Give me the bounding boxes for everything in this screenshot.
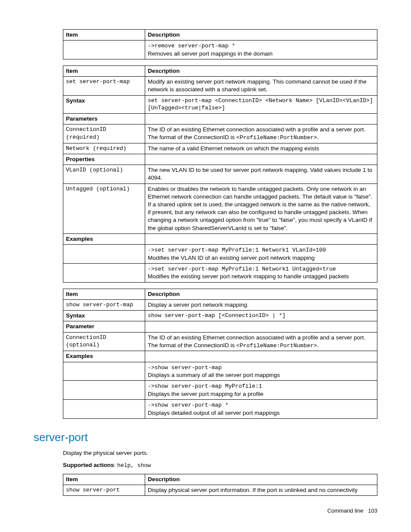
cell-examples-label: Examples	[63, 351, 145, 362]
cell-parameter-label: Parameter	[63, 321, 145, 332]
cell-param-name: Network (required)	[63, 143, 145, 154]
cell-syntax-code: show server-port-map [<ConnectionID> | *…	[145, 311, 377, 321]
cell-parameters-label: Parameters	[63, 113, 145, 124]
table-show-server-port: Item Description show server-port Displa…	[63, 474, 377, 496]
table-row: Parameters	[63, 113, 377, 124]
code-text: <ProfileName:PortNumber>	[237, 134, 317, 141]
cell-desc: Enables or disables the network to handl…	[145, 184, 377, 233]
desc-text: Modifies the existing server port networ…	[148, 273, 349, 280]
cell-empty	[63, 263, 145, 282]
table-row: Examples	[63, 233, 377, 244]
col-header-item: Item	[63, 65, 145, 76]
code-text: ->show server-port-map	[148, 364, 222, 371]
table-header-row: Item Description	[63, 65, 377, 76]
table-set-server-port-map: Item Description set server-port-map Mod…	[63, 65, 377, 283]
cell-example: ->show server-port-map MyProfile:1 Displ…	[145, 381, 377, 400]
cell-properties-label: Properties	[63, 154, 145, 165]
separator: :	[114, 462, 118, 468]
table-row: Parameter	[63, 321, 377, 332]
code-text: ->set server-port-map MyProfile:1 Networ…	[148, 266, 336, 272]
table-header-row: Item Description	[63, 30, 377, 40]
col-header-desc: Description	[145, 30, 377, 40]
cell-desc: Display a server port network mapping.	[145, 299, 377, 310]
cell-empty	[145, 154, 377, 165]
cell-param-name: ConnectionID (optional)	[63, 332, 145, 351]
cell-desc: The ID of an existing Ethernet connectio…	[145, 332, 377, 351]
table-header-row: Item Description	[63, 289, 377, 299]
table-row: ConnectionID (optional) The ID of an exi…	[63, 332, 377, 351]
cell-syntax-code: set server-port-map <ConnectionID> <Netw…	[145, 95, 377, 113]
cell-param-name: ConnectionID (required)	[63, 124, 145, 143]
code-text: <ProfileName:PortNumber>	[237, 342, 317, 349]
table-row: Properties	[63, 154, 377, 165]
cell-desc: ->remove server-port-map * Removes all s…	[145, 40, 377, 59]
cell-example: ->set server-port-map MyProfile:1 Networ…	[145, 263, 377, 282]
col-header-desc: Description	[145, 289, 377, 299]
supported-actions-label: Supported actions	[63, 462, 114, 468]
cell-syntax-label: Syntax	[63, 95, 145, 113]
table-row: Syntax set server-port-map <ConnectionID…	[63, 95, 377, 113]
code-text: ->show server-port-map MyProfile:1	[148, 383, 262, 389]
table-row: show server-port-map Display a server po…	[63, 299, 377, 310]
section-intro: Display the physical server ports.	[63, 449, 377, 457]
cell-desc: The ID of an existing Ethernet connectio…	[145, 124, 377, 143]
table-row: ->remove server-port-map * Removes all s…	[63, 40, 377, 59]
cell-desc: The new VLAN ID to be used for server po…	[145, 165, 377, 184]
table-row: Examples	[63, 351, 377, 362]
table-remove-server-port-map: Item Description ->remove server-port-ma…	[63, 29, 377, 59]
desc-text: Removes all server port mappings in the …	[148, 50, 273, 57]
cell-syntax-label: Syntax	[63, 311, 145, 321]
page-footer: Command line 103	[34, 507, 377, 515]
col-header-desc: Description	[145, 474, 377, 485]
cell-example: ->set server-port-map MyProfile:1 Networ…	[145, 245, 377, 264]
cell-empty	[145, 233, 377, 244]
desc-text: Displays detailed output of all server p…	[148, 410, 280, 416]
desc-text: .	[317, 134, 319, 140]
cell-empty	[63, 381, 145, 400]
cell-empty	[145, 113, 377, 124]
cell-command: show server-port	[63, 485, 145, 495]
section-heading-server-port: server-port	[34, 430, 377, 445]
cell-empty	[63, 362, 145, 381]
cell-example: ->show server-port-map Displays a summar…	[145, 362, 377, 381]
code-text: ->set server-port-map MyProfile:1 Networ…	[148, 247, 326, 253]
table-row: ConnectionID (required) The ID of an exi…	[63, 124, 377, 143]
col-header-item: Item	[63, 474, 145, 485]
table-row: Untagged (optional) Enables or disables …	[63, 184, 377, 233]
table-row: ->show server-port-map Displays a summar…	[63, 362, 377, 381]
desc-text: .	[317, 342, 319, 348]
supported-actions-line: Supported actions: help, show	[63, 461, 377, 470]
code-text: ->remove server-port-map *	[148, 43, 235, 49]
cell-command: set server-port-map	[63, 77, 145, 95]
desc-text: Displays a summary of all the server por…	[148, 372, 280, 378]
table-header-row: Item Description	[63, 474, 377, 485]
table-row: Syntax show server-port-map [<Connection…	[63, 311, 377, 321]
col-header-item: Item	[63, 30, 145, 40]
cell-empty	[145, 321, 377, 332]
cell-empty	[63, 245, 145, 264]
cell-prop-name: VLanID (optional)	[63, 165, 145, 184]
table-row: set server-port-map Modify an existing s…	[63, 77, 377, 95]
cell-example: ->show server-port-map * Displays detail…	[145, 400, 377, 419]
supported-actions-list: help, show	[117, 462, 151, 469]
cell-desc: Display physical server port information…	[145, 485, 377, 495]
table-row: ->show server-port-map MyProfile:1 Displ…	[63, 381, 377, 400]
cell-examples-label: Examples	[63, 233, 145, 244]
cell-command: show server-port-map	[63, 299, 145, 310]
footer-page-number: 103	[368, 507, 377, 514]
table-row: VLanID (optional) The new VLAN ID to be …	[63, 165, 377, 184]
table-row: ->set server-port-map MyProfile:1 Networ…	[63, 263, 377, 282]
table-row: ->set server-port-map MyProfile:1 Networ…	[63, 245, 377, 264]
table-row: ->show server-port-map * Displays detail…	[63, 400, 377, 419]
code-text: ->show server-port-map *	[148, 402, 228, 408]
table-row: show server-port Display physical server…	[63, 485, 377, 495]
cell-empty	[63, 400, 145, 419]
desc-text: Modifies the VLAN ID of an existing serv…	[148, 255, 314, 261]
table-show-server-port-map: Item Description show server-port-map Di…	[63, 289, 377, 419]
col-header-item: Item	[63, 289, 145, 299]
cell-empty	[145, 351, 377, 362]
cell-desc: Modify an existing server port network m…	[145, 77, 377, 95]
col-header-desc: Description	[145, 65, 377, 76]
cell-prop-name: Untagged (optional)	[63, 184, 145, 233]
footer-label: Command line	[327, 507, 364, 514]
